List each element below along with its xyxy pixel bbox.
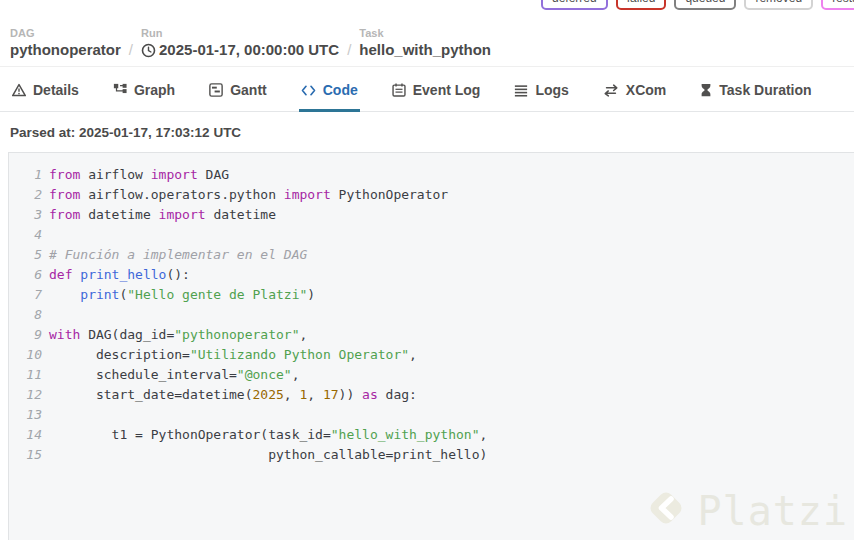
line-number: 14 [9,425,42,445]
tab-label: Gantt [230,82,267,98]
tab-code[interactable]: Code [299,71,360,112]
line-number: 1 [9,165,42,185]
code-line: 3from datetime import datetime [9,205,854,225]
platzi-watermark: Platzi [642,484,849,538]
line-number: 8 [9,305,42,325]
state-badge-failed[interactable]: failed [616,0,667,10]
code-text: description="Utilizando Python Operator"… [49,345,417,365]
platzi-logo-icon [642,484,690,538]
clock-icon [141,43,156,58]
graph-nodes-icon [113,83,127,97]
warning-triangle-icon [12,83,26,97]
breadcrumb: DAG pythonoperator / Run 2025-01-17, 00:… [0,0,854,67]
code-text: t1 = PythonOperator(task_id="hello_with_… [49,425,487,445]
breadcrumb-separator: / [121,40,141,60]
tab-label: XCom [626,82,666,98]
code-line: 8 [9,305,854,325]
run-value: 2025-01-17, 00:00:00 UTC [159,40,339,60]
breadcrumb-separator: / [339,40,359,60]
line-number: 7 [9,285,42,305]
line-number: 2 [9,185,42,205]
tab-task-duration[interactable]: Task Duration [698,71,813,112]
parsed-at-text: Parsed at: 2025-01-17, 17:03:12 UTC [0,112,854,152]
tab-logs[interactable]: Logs [512,71,570,112]
code-text [49,405,57,425]
code-line: 12 start_date=datetime(2025, 1, 17)) as … [9,385,854,405]
tab-label: Event Log [413,82,481,98]
task-name-link[interactable]: hello_with_python [359,40,491,60]
code-brackets-icon [301,84,316,97]
tab-label: Code [323,82,358,98]
code-line: 4 [9,225,854,245]
tab-event-log[interactable]: Event Log [390,71,483,112]
line-number: 9 [9,325,42,345]
code-text [49,305,57,325]
line-number: 3 [9,205,42,225]
gantt-chart-icon [209,83,223,97]
tab-details[interactable]: Details [10,71,81,112]
code-line: 11 schedule_interval="@once", [9,365,854,385]
line-number: 13 [9,405,42,425]
tab-label: Graph [134,82,175,98]
breadcrumb-run: Run 2025-01-17, 00:00:00 UTC [141,27,339,60]
platzi-watermark-text: Platzi [698,501,849,521]
hourglass-icon [700,83,712,97]
code-text: start_date=datetime(2025, 1, 17)) as dag… [49,385,417,405]
code-line: 2from airflow.operators.python import Py… [9,185,854,205]
tab-bar: DetailsGraphGanttCodeEvent LogLogsXComTa… [0,71,854,112]
code-text: schedule_interval="@once", [49,365,299,385]
code-line: 15 python_callable=print_hello) [9,445,854,465]
code-text: from airflow import DAG [49,165,229,185]
state-badge-removed[interactable]: removed [744,0,813,10]
dag-name-link[interactable]: pythonoperator [10,40,121,60]
list-lines-icon [514,84,528,97]
line-number: 6 [9,265,42,285]
breadcrumb-dag: DAG pythonoperator [10,27,121,60]
line-number: 4 [9,225,42,245]
code-text: with DAG(dag_id="pythonoperator", [49,325,307,345]
task-label: Task [359,27,491,40]
line-number: 10 [9,345,42,365]
tab-gantt[interactable]: Gantt [207,71,269,112]
tab-label: Task Duration [719,82,811,98]
run-label: Run [141,27,339,40]
task-state-legend: deferredfailedqueuedremovedrestartingrun… [541,0,854,10]
tab-label: Logs [535,82,568,98]
dag-code-viewer: 1from airflow import DAG2from airflow.op… [8,152,854,540]
state-badge-queued[interactable]: queued [674,0,736,10]
line-number: 5 [9,245,42,265]
swap-arrows-icon [603,84,619,97]
code-text: from datetime import datetime [49,205,276,225]
line-number: 11 [9,365,42,385]
run-link[interactable]: 2025-01-17, 00:00:00 UTC [141,40,339,60]
tab-xcom[interactable]: XCom [601,71,668,112]
code-text: from airflow.operators.python import Pyt… [49,185,448,205]
dag-label: DAG [10,27,121,40]
state-badge-restarting[interactable]: restarting [821,0,854,10]
code-text: python_callable=print_hello) [49,445,487,465]
code-line: 1from airflow import DAG [9,165,854,185]
code-text: def print_hello(): [49,265,190,285]
line-number: 15 [9,445,42,465]
code-text: print("Hello gente de Platzi") [49,285,315,305]
breadcrumb-task: Task hello_with_python [359,27,491,60]
code-line: 7 print("Hello gente de Platzi") [9,285,854,305]
tab-label: Details [33,82,79,98]
code-line: 13 [9,405,854,425]
code-text [49,225,57,245]
code-line: 6def print_hello(): [9,265,854,285]
calendar-icon [392,83,406,97]
code-line: 10 description="Utilizando Python Operat… [9,345,854,365]
line-number: 12 [9,385,42,405]
code-line: 5# Función a implementar en el DAG [9,245,854,265]
tab-graph[interactable]: Graph [111,71,177,112]
code-text: # Función a implementar en el DAG [49,245,307,265]
code-line: 9with DAG(dag_id="pythonoperator", [9,325,854,345]
code-line: 14 t1 = PythonOperator(task_id="hello_wi… [9,425,854,445]
code-lines: 1from airflow import DAG2from airflow.op… [9,165,854,465]
state-badge-deferred[interactable]: deferred [541,0,608,10]
